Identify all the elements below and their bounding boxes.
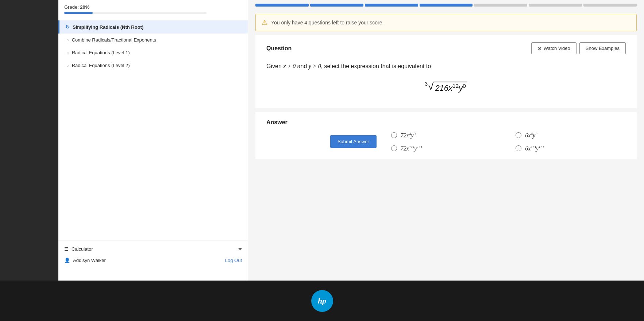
question-label: Question	[266, 45, 292, 52]
grade-value: 20%	[80, 4, 89, 10]
user-item: 👤 Addisyn Walker Log Out	[58, 255, 248, 266]
answer-radio-1[interactable]	[391, 132, 397, 138]
play-circle-icon: ⊙	[537, 46, 541, 51]
progress-bar-6	[529, 4, 582, 7]
answer-label-1: 72x4y3	[401, 132, 416, 139]
logout-link[interactable]: Log Out	[225, 258, 242, 263]
radical-index: 3	[425, 81, 428, 87]
submit-answer-button[interactable]: Submit Answer	[330, 135, 377, 148]
keyboard-area: hp	[0, 281, 644, 321]
answer-label: Answer	[266, 119, 626, 126]
sidebar-item-label-radical-1: Radical Equations (Level 1)	[72, 50, 130, 55]
question-header: Question ⊙ Watch Video Show Examples	[266, 42, 626, 54]
grade-progress-fill	[64, 12, 93, 14]
answer-grid: 72x4y3 6x4y3 Submit Answer	[266, 132, 626, 152]
watch-video-button[interactable]: ⊙ Watch Video	[531, 42, 576, 54]
progress-bar-1	[255, 4, 309, 7]
main-content: ⚠ You only have 4 questions left to rais…	[248, 0, 644, 281]
warning-text: You only have 4 questions left to raise …	[271, 20, 383, 26]
progress-bar-4	[420, 4, 473, 7]
answer-radio-3[interactable]	[391, 145, 397, 151]
answer-label-2: 6x4y3	[525, 132, 537, 139]
sidebar-item-combine-radicals[interactable]: Combine Radicals/Fractional Exponents	[58, 34, 248, 46]
answer-section: Answer 72x4y3 6x4y3	[255, 112, 637, 160]
radical-symbol: √	[428, 82, 433, 92]
answer-option-4[interactable]: 6x1/3y1/3	[516, 145, 626, 152]
sidebar-menu: Simplifying Radicals (Nth Root) Combine …	[58, 20, 248, 72]
radical-expression: 3√216x12y0	[425, 82, 467, 94]
math-y-condition: y > 0	[309, 63, 321, 69]
user-icon: 👤	[64, 258, 70, 263]
answer-label-3: 72x1/3y1/3	[401, 145, 422, 152]
sidebar-item-label-radical-2: Radical Equations (Level 2)	[72, 63, 130, 68]
sidebar-item-label-combine: Combine Radicals/Fractional Exponents	[72, 37, 156, 43]
progress-bar-2	[310, 4, 363, 7]
monitor: Grade: 20% Simplifying Radicals (Nth Roo…	[0, 0, 644, 281]
answer-label-4: 6x1/3y1/3	[525, 145, 544, 152]
grade-progress-bar	[64, 12, 207, 14]
warning-icon: ⚠	[262, 19, 267, 27]
top-progress-bars	[248, 0, 644, 10]
sidebar-bottom: ☰ Calculator 👤 Addisyn Walker Log Out	[58, 240, 248, 266]
calculator-label: Calculator	[72, 246, 93, 252]
radical-content: 216x12y0	[433, 82, 467, 94]
show-examples-button[interactable]: Show Examples	[579, 42, 626, 54]
hp-logo: hp	[311, 290, 333, 312]
progress-bar-3	[365, 4, 418, 7]
progress-bar-7	[583, 4, 637, 7]
sidebar: Grade: 20% Simplifying Radicals (Nth Roo…	[58, 0, 248, 281]
show-examples-label: Show Examples	[586, 46, 620, 51]
answer-radio-4[interactable]	[516, 145, 521, 151]
grade-section: Grade: 20%	[58, 0, 248, 17]
sidebar-item-radical-eq-1[interactable]: Radical Equations (Level 1)	[58, 46, 248, 59]
sidebar-item-simplifying-radicals[interactable]: Simplifying Radicals (Nth Root)	[58, 20, 248, 34]
user-name: Addisyn Walker	[73, 258, 106, 263]
calculator-item[interactable]: ☰ Calculator	[58, 243, 248, 255]
chevron-down-icon	[238, 248, 242, 250]
math-main-expression: 3√216x12y0	[266, 78, 626, 94]
answer-radio-2[interactable]	[516, 132, 521, 138]
answer-option-3[interactable]: 72x1/3y1/3	[391, 145, 501, 152]
question-text: Given x > 0 and y > 0, select the expres…	[266, 62, 626, 71]
question-btn-group: ⊙ Watch Video Show Examples	[531, 42, 626, 54]
watch-video-label: Watch Video	[544, 46, 570, 51]
question-area: Question ⊙ Watch Video Show Examples Giv…	[255, 35, 637, 108]
answer-option-2[interactable]: 6x4y3	[516, 132, 626, 139]
math-x-condition: x > 0	[283, 63, 296, 69]
sidebar-item-radical-eq-2[interactable]: Radical Equations (Level 2)	[58, 59, 248, 72]
sidebar-item-label-simplifying: Simplifying Radicals (Nth Root)	[73, 24, 143, 30]
progress-bar-5	[474, 4, 527, 7]
calculator-icon: ☰	[64, 246, 69, 252]
screen: Grade: 20% Simplifying Radicals (Nth Roo…	[58, 0, 644, 281]
warning-banner: ⚠ You only have 4 questions left to rais…	[255, 14, 637, 31]
grade-label: Grade: 20%	[64, 4, 242, 10]
answer-option-1[interactable]: 72x4y3	[391, 132, 501, 139]
